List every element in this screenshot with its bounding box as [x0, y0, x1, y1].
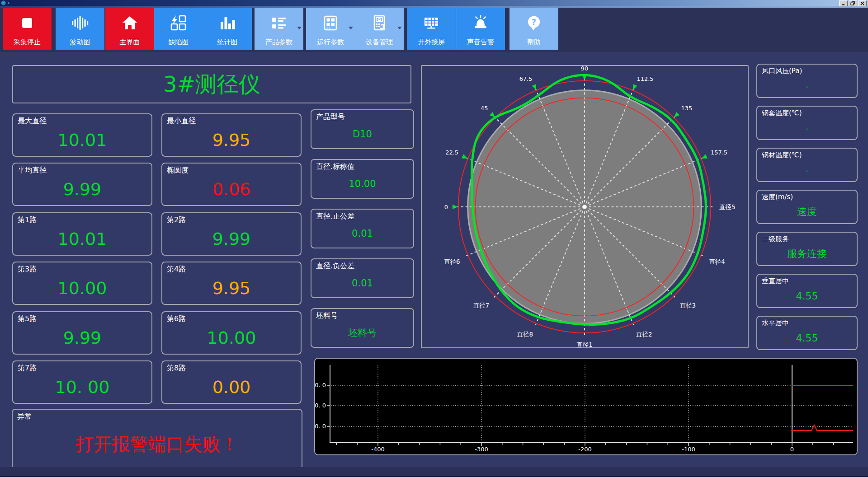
stat-value: 0.06 [164, 174, 299, 204]
stat-value: 0.00 [164, 372, 299, 402]
param-card-lower-tolerance: 直径.负公差0.01 [311, 258, 414, 298]
roundness-polar-chart: 022.54567.590112.5135157.5直径5直径4直径3直径2直径… [422, 66, 748, 347]
stat-card-ovality: 椭圆度0.06 [161, 163, 302, 206]
param-card-product-model: 产品型号D10 [311, 109, 414, 149]
param-value: 0.01 [313, 220, 411, 247]
stat-value: 9.99 [15, 174, 150, 204]
toolbar-button-defect-chart[interactable]: 缺陷图 [154, 8, 203, 50]
param-value: 坯料号 [313, 320, 411, 346]
sidebar-value: - [759, 75, 855, 96]
roundness-polar-panel: 022.54567.590112.5135157.5直径5直径4直径3直径2直径… [421, 65, 749, 348]
param-value: 0.01 [313, 270, 411, 296]
footer-strip [0, 467, 868, 477]
alarm-message: 打开报警端口失败！ [13, 423, 302, 465]
param-card-upper-tolerance: 直径.正公差0.01 [311, 209, 414, 248]
svg-text:直径7: 直径7 [473, 302, 489, 309]
svg-text:45: 45 [481, 105, 488, 112]
main-toolbar: 采集停止 波动图 [0, 8, 868, 52]
sidebar-card-speed: 速度(m/s)速度 [756, 190, 858, 224]
dropdown-arrow-icon[interactable] [349, 27, 353, 29]
toolbar-button-sound-alarm[interactable]: 声音告警 [456, 8, 505, 50]
sidebar-value: 4.55 [759, 327, 855, 348]
stat-value: 10.01 [15, 224, 150, 254]
svg-text:10. 0: 10. 0 [315, 402, 326, 409]
stat-card-path8: 第8路0.00 [161, 360, 302, 404]
bar-chart-icon [203, 14, 252, 32]
sound-alarm-icon [456, 14, 505, 32]
svg-text:-400: -400 [371, 446, 385, 453]
dropdown-arrow-icon[interactable] [397, 27, 402, 29]
sidebar-card-vertical-centering: 垂直居中4.55 [756, 274, 858, 308]
param-value: D10 [313, 121, 411, 147]
stat-card-max-diameter: 最大直径10.01 [12, 113, 152, 157]
alarm-label: 异常 [17, 412, 32, 421]
dropdown-arrow-icon[interactable] [297, 27, 302, 29]
svg-text:直径2: 直径2 [636, 331, 652, 338]
stat-value: 10.00 [15, 273, 150, 303]
toolbar-button-statistics-chart[interactable]: 统计图 [203, 8, 252, 50]
toolbar-button-external-screen[interactable]: 开外接屏 [407, 8, 456, 50]
sidebar-card-l2-service: 二级服务服务连接 [756, 232, 858, 266]
svg-text:22.5: 22.5 [445, 149, 458, 156]
svg-text:67.5: 67.5 [519, 75, 533, 82]
stat-card-avg-diameter: 平均直径9.99 [12, 163, 152, 206]
sidebar-card-steel-temperature: 钢材温度(℃)- [756, 148, 858, 182]
toolbar-button-run-params[interactable]: 运行参数 [306, 8, 355, 50]
svg-text:10. 0: 10. 0 [315, 423, 326, 430]
svg-text:0: 0 [444, 204, 448, 210]
toolbar-button-product-params[interactable]: 产品参数 [255, 8, 303, 50]
sidebar-card-sleeve-temperature: 钢套温度(℃)- [756, 106, 858, 140]
svg-text:直径8: 直径8 [517, 331, 533, 338]
toolbar-button-waveform[interactable]: 波动图 [56, 8, 104, 50]
svg-text:0: 0 [790, 446, 794, 453]
svg-text:?: ? [532, 17, 536, 27]
svg-text:10. 0: 10. 0 [315, 382, 326, 388]
svg-text:112.5: 112.5 [637, 75, 654, 82]
param-card-billet-number: 坯料号坯料号 [311, 308, 414, 348]
stat-card-path4: 第4路9.95 [161, 262, 302, 305]
sidebar-value: - [759, 159, 855, 180]
stat-value: 9.99 [164, 224, 299, 254]
run-params-icon [306, 14, 355, 32]
device-manage-icon [355, 14, 404, 32]
toolbar-button-device-manage[interactable]: 设备管理 [355, 8, 404, 50]
stat-value: 10.01 [15, 125, 150, 155]
diameter-gauge-app: c 采集停止 [0, 0, 868, 477]
sidebar-card-tuyere-pressure: 风口风压(Pa)- [756, 64, 858, 98]
param-value: 10.00 [313, 171, 411, 197]
alarm-card: 异常 打开报警端口失败！ [12, 409, 302, 470]
svg-text:-100: -100 [682, 446, 695, 453]
svg-text:135: 135 [681, 105, 693, 112]
gauge-title-card: 3#测径仪 [12, 65, 411, 103]
help-icon: ? [509, 14, 558, 32]
product-params-icon [255, 14, 303, 32]
stat-value: 9.95 [164, 273, 299, 303]
sidebar-value: 4.55 [759, 285, 855, 306]
waveform-icon [56, 14, 104, 32]
stat-value: 9.95 [164, 125, 299, 155]
sidebar-value: 服务连接 [759, 243, 855, 264]
svg-text:直径1: 直径1 [576, 341, 592, 347]
stat-card-path5: 第5路9.99 [12, 311, 152, 355]
svg-text:直径6: 直径6 [444, 258, 460, 265]
svg-text:90: 90 [581, 66, 588, 72]
toolbar-button-help[interactable]: ? 帮助 [509, 8, 558, 50]
external-screen-icon [407, 14, 456, 32]
stat-card-path3: 第3路10.00 [12, 262, 152, 305]
stat-card-path6: 第6路10.00 [161, 311, 302, 355]
page-title: 3#测径仪 [163, 70, 260, 99]
stat-value: 10.00 [164, 323, 299, 353]
svg-text:-200: -200 [578, 446, 592, 453]
sidebar-value: 速度 [759, 201, 855, 222]
window-title: c [8, 0, 10, 5]
app-logo-icon [1, 0, 6, 5]
stat-card-min-diameter: 最小直径9.95 [161, 113, 302, 157]
sidebar-card-horizontal-centering: 水平居中4.55 [756, 316, 858, 350]
window-titlebar: c [0, 0, 868, 6]
param-card-nominal-diameter: 直径.标称值10.00 [311, 159, 414, 199]
home-icon [105, 14, 154, 32]
toolbar-button-stop-acquisition[interactable]: 采集停止 [3, 8, 52, 50]
toolbar-button-main-screen[interactable]: 主界面 [105, 8, 154, 50]
defect-grid-icon [154, 14, 203, 32]
diameter-trend-panel: 10. 010. 010. 0-400-300-200-1000 [314, 358, 858, 455]
